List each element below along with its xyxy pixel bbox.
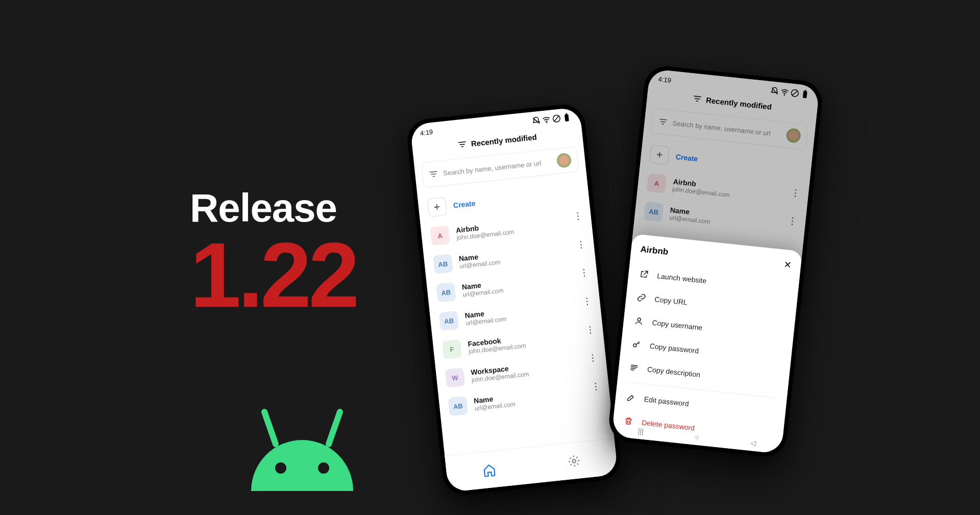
item-badge: W (445, 367, 465, 388)
item-badge: AB (436, 282, 456, 303)
action-label: Launch website (657, 272, 707, 285)
svg-point-10 (784, 94, 785, 95)
action-label: Copy password (649, 341, 699, 355)
search-placeholder: Search by name, username or url (672, 119, 781, 138)
back-icon[interactable]: ◁ (750, 438, 757, 447)
more-icon[interactable]: ⋮ (592, 385, 600, 388)
phone-detail-view: 4:19 Recently modified Search by name, u… (607, 64, 824, 459)
more-icon[interactable]: ⋮ (576, 243, 584, 246)
password-list: + Create A Airbnb john.doe@email.com ⋮ A… (417, 175, 610, 422)
svg-point-9 (572, 459, 576, 462)
svg-line-12 (792, 90, 798, 96)
close-icon[interactable]: ✕ (783, 259, 792, 271)
item-badge: AB (448, 396, 468, 416)
action-label: Edit password (644, 395, 689, 408)
svg-rect-8 (566, 113, 567, 115)
more-icon[interactable]: ⋮ (582, 300, 591, 303)
item-badge: AB (433, 254, 453, 274)
item-badge: AB (644, 202, 664, 222)
more-icon[interactable]: ⋮ (791, 191, 799, 194)
edit-icon (625, 392, 636, 403)
no-signal-icon (551, 113, 561, 124)
item-badge: A (430, 226, 450, 246)
item-badge: A (647, 173, 667, 193)
svg-rect-14 (804, 90, 806, 91)
action-label: Copy username (652, 318, 703, 332)
svg-line-6 (554, 116, 560, 122)
recents-icon[interactable]: ||| (638, 427, 644, 435)
battery-icon (800, 89, 810, 100)
sort-label: Recently modified (471, 132, 537, 148)
bell-off-icon (770, 86, 780, 96)
filter-icon (429, 169, 439, 179)
avatar[interactable] (556, 153, 572, 168)
item-badge: F (442, 339, 462, 359)
item-badge: AB (439, 311, 459, 331)
wifi-icon (780, 87, 790, 97)
phone-list-view: 4:19 Recently modified Search by name, u… (405, 103, 622, 497)
create-label: Create (675, 153, 698, 163)
svg-point-15 (638, 318, 641, 322)
release-headline: Release 1.22 (190, 185, 356, 316)
svg-rect-7 (565, 114, 569, 121)
home-icon[interactable] (482, 462, 497, 477)
bell-off-icon (531, 116, 542, 126)
link-icon (636, 292, 647, 303)
action-sheet: Airbnb ✕ Launch website Copy URL Copy us… (611, 234, 802, 454)
no-signal-icon (790, 88, 800, 99)
key-icon (631, 339, 642, 350)
svg-point-4 (546, 122, 547, 123)
more-icon[interactable]: ⋮ (589, 357, 597, 360)
sort-icon (457, 139, 468, 150)
create-label: Create (453, 199, 476, 209)
android-icon (236, 389, 369, 491)
plus-icon: + (649, 145, 670, 165)
svg-line-1 (329, 412, 340, 444)
sheet-title: Airbnb (640, 244, 669, 258)
svg-line-0 (264, 412, 276, 444)
more-icon[interactable]: ⋮ (788, 219, 796, 223)
more-icon[interactable]: ⋮ (585, 328, 594, 331)
svg-point-3 (318, 462, 329, 474)
status-time: 4:19 (658, 75, 672, 84)
wifi-icon (542, 115, 552, 125)
user-icon (633, 315, 645, 327)
release-version: 1.22 (190, 234, 356, 316)
settings-icon[interactable] (567, 454, 581, 469)
plus-icon: + (427, 197, 447, 217)
action-label: Copy URL (654, 295, 688, 307)
svg-point-2 (275, 462, 286, 474)
search-placeholder: Search by name, username or url (443, 158, 552, 177)
password-list: + Create A Airbnb john.doe@email.com ⋮ A… (634, 137, 813, 242)
more-icon[interactable]: ⋮ (579, 272, 587, 275)
filter-icon (658, 117, 668, 127)
battery-icon (561, 112, 572, 122)
external-link-icon (639, 268, 650, 280)
action-label: Copy description (647, 365, 700, 379)
more-icon[interactable]: ⋮ (573, 214, 581, 217)
status-time: 4:19 (420, 128, 433, 137)
bottom-nav (445, 438, 618, 493)
sort-icon (693, 94, 703, 104)
sort-label: Recently modified (706, 95, 772, 111)
svg-rect-13 (803, 91, 807, 98)
avatar[interactable] (786, 128, 801, 143)
home-icon[interactable]: ○ (695, 433, 700, 442)
text-icon (628, 362, 640, 373)
